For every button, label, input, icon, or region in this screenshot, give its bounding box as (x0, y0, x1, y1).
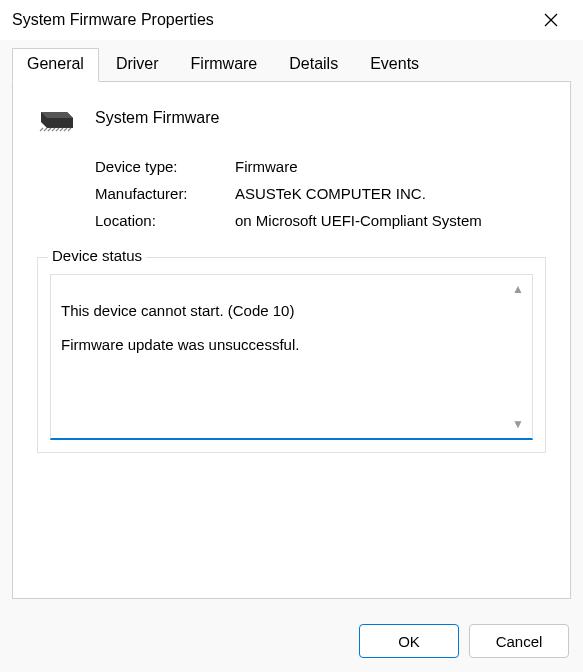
scroll-up-icon[interactable]: ▲ (510, 281, 526, 297)
location-value: on Microsoft UEFI-Compliant System (235, 212, 546, 229)
device-status-group: Device status This device cannot start. … (37, 257, 546, 453)
svg-line-10 (64, 128, 67, 131)
svg-line-6 (48, 128, 51, 131)
firmware-chip-icon (37, 104, 77, 132)
dialog-buttons: OK Cancel (359, 624, 569, 658)
svg-line-11 (68, 128, 71, 131)
window-title: System Firmware Properties (12, 11, 214, 29)
ok-button[interactable]: OK (359, 624, 459, 658)
tab-driver[interactable]: Driver (101, 48, 174, 82)
location-label: Location: (95, 212, 235, 229)
cancel-button[interactable]: Cancel (469, 624, 569, 658)
tab-events[interactable]: Events (355, 48, 434, 82)
svg-line-5 (44, 128, 47, 131)
tab-general[interactable]: General (12, 48, 99, 82)
svg-line-8 (56, 128, 59, 131)
tab-panel-general: System Firmware Device type: Firmware Ma… (12, 81, 571, 599)
device-name: System Firmware (95, 109, 219, 127)
close-button[interactable] (531, 0, 571, 40)
device-info-grid: Device type: Firmware Manufacturer: ASUS… (95, 158, 546, 229)
manufacturer-label: Manufacturer: (95, 185, 235, 202)
device-header: System Firmware (37, 104, 546, 132)
tab-firmware[interactable]: Firmware (176, 48, 273, 82)
device-status-text: This device cannot start. (Code 10) Firm… (61, 302, 299, 353)
svg-line-9 (60, 128, 63, 131)
svg-line-7 (52, 128, 55, 131)
device-status-textbox[interactable]: This device cannot start. (Code 10) Firm… (50, 274, 533, 440)
svg-line-4 (40, 128, 43, 131)
manufacturer-value: ASUSTeK COMPUTER INC. (235, 185, 546, 202)
tab-details[interactable]: Details (274, 48, 353, 82)
tab-strip: General Driver Firmware Details Events (0, 40, 583, 82)
scroll-down-icon[interactable]: ▼ (510, 416, 526, 432)
device-status-legend: Device status (48, 247, 146, 264)
close-icon (544, 13, 558, 27)
device-type-label: Device type: (95, 158, 235, 175)
titlebar: System Firmware Properties (0, 0, 583, 40)
device-type-value: Firmware (235, 158, 546, 175)
